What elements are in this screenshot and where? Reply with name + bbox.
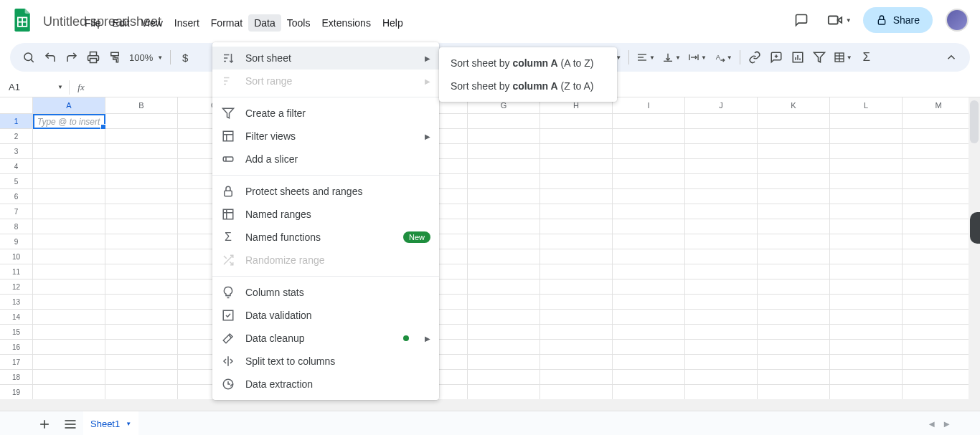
cell-A4[interactable] <box>33 159 105 174</box>
cell-G13[interactable] <box>468 295 540 310</box>
cell-A9[interactable] <box>33 234 105 249</box>
cell-K7[interactable] <box>758 204 830 219</box>
column-header-M[interactable]: M <box>903 97 975 113</box>
cell-B6[interactable] <box>105 189 178 204</box>
cell-A1[interactable]: Type @ to insert <box>33 114 105 129</box>
side-panel-toggle[interactable] <box>970 212 980 244</box>
cell-L9[interactable] <box>830 234 903 249</box>
cell-G2[interactable] <box>468 129 540 144</box>
cell-I10[interactable] <box>613 249 685 264</box>
cell-J13[interactable] <box>685 295 758 310</box>
cell-I19[interactable] <box>613 385 685 399</box>
row-header-4[interactable]: 4 <box>0 159 33 174</box>
menu-data[interactable]: Data <box>248 14 281 32</box>
cell-A2[interactable] <box>33 129 105 144</box>
cell-M13[interactable] <box>903 295 975 310</box>
cell-H10[interactable] <box>540 249 613 264</box>
horizontal-scrollbar[interactable] <box>0 399 980 411</box>
menu-format[interactable]: Format <box>205 14 248 32</box>
cell-H18[interactable] <box>540 370 613 385</box>
cell-B19[interactable] <box>105 385 178 399</box>
cell-I12[interactable] <box>613 279 685 295</box>
comments-icon[interactable] <box>787 6 816 34</box>
cell-H7[interactable] <box>540 204 613 219</box>
cell-G7[interactable] <box>468 204 540 219</box>
cell-K4[interactable] <box>758 159 830 174</box>
cell-G15[interactable] <box>468 325 540 340</box>
cell-M6[interactable] <box>903 189 975 204</box>
cell-K8[interactable] <box>758 219 830 234</box>
cell-H1[interactable] <box>540 114 613 129</box>
cell-K1[interactable] <box>758 114 830 129</box>
row-header-2[interactable]: 2 <box>0 129 33 144</box>
cell-I11[interactable] <box>613 264 685 279</box>
horizontal-align-icon[interactable]: ▼ <box>633 47 658 67</box>
cell-B4[interactable] <box>105 159 178 174</box>
cell-B11[interactable] <box>105 264 178 279</box>
cell-A6[interactable] <box>33 189 105 204</box>
cell-A16[interactable] <box>33 340 105 355</box>
column-header-I[interactable]: I <box>613 97 685 113</box>
cell-A3[interactable] <box>33 144 105 159</box>
cell-M11[interactable] <box>903 264 975 279</box>
column-header-B[interactable]: B <box>105 97 178 113</box>
cell-G1[interactable] <box>468 114 540 129</box>
cell-J5[interactable] <box>685 174 758 189</box>
cell-K5[interactable] <box>758 174 830 189</box>
cell-A18[interactable] <box>33 370 105 385</box>
cell-G18[interactable] <box>468 370 540 385</box>
cell-J7[interactable] <box>685 204 758 219</box>
redo-icon[interactable] <box>62 47 82 67</box>
cell-H12[interactable] <box>540 279 613 295</box>
cell-H2[interactable] <box>540 129 613 144</box>
cell-A15[interactable] <box>33 325 105 340</box>
cell-A5[interactable] <box>33 174 105 189</box>
paint-format-icon[interactable] <box>105 47 125 67</box>
cell-G10[interactable] <box>468 249 540 264</box>
cell-I7[interactable] <box>613 204 685 219</box>
cell-I6[interactable] <box>613 189 685 204</box>
share-button[interactable]: Share <box>863 7 933 33</box>
cell-J2[interactable] <box>685 129 758 144</box>
row-header-13[interactable]: 13 <box>0 295 33 310</box>
cell-G14[interactable] <box>468 310 540 325</box>
cell-A17[interactable] <box>33 355 105 370</box>
cell-K18[interactable] <box>758 370 830 385</box>
cell-B17[interactable] <box>105 355 178 370</box>
cell-L6[interactable] <box>830 189 903 204</box>
cell-I3[interactable] <box>613 144 685 159</box>
cell-H17[interactable] <box>540 355 613 370</box>
cell-A19[interactable] <box>33 385 105 399</box>
cell-M10[interactable] <box>903 249 975 264</box>
cell-M1[interactable] <box>903 114 975 129</box>
cell-B5[interactable] <box>105 174 178 189</box>
menu-view[interactable]: View <box>136 14 169 32</box>
cell-M2[interactable] <box>903 129 975 144</box>
cell-A8[interactable] <box>33 219 105 234</box>
cell-L2[interactable] <box>830 129 903 144</box>
cell-I9[interactable] <box>613 234 685 249</box>
insert-link-icon[interactable] <box>745 47 765 67</box>
cell-B1[interactable] <box>105 114 178 129</box>
cell-G17[interactable] <box>468 355 540 370</box>
cell-A14[interactable] <box>33 310 105 325</box>
cell-I16[interactable] <box>613 340 685 355</box>
cell-A13[interactable] <box>33 295 105 310</box>
cell-L1[interactable] <box>830 114 903 129</box>
row-header-11[interactable]: 11 <box>0 264 33 279</box>
row-header-19[interactable]: 19 <box>0 385 33 399</box>
cell-K16[interactable] <box>758 340 830 355</box>
cell-I18[interactable] <box>613 370 685 385</box>
row-header-16[interactable]: 16 <box>0 340 33 355</box>
functions-icon[interactable]: Σ <box>857 47 877 67</box>
row-header-14[interactable]: 14 <box>0 310 33 325</box>
add-sheet-icon[interactable] <box>32 414 57 435</box>
menu-sort-az[interactable]: Sort sheet by column A (A to Z) <box>439 52 617 75</box>
sheet-tab-1[interactable]: Sheet1▼ <box>83 411 138 436</box>
cell-K19[interactable] <box>758 385 830 399</box>
scroll-left-icon[interactable]: ◄ <box>927 419 936 429</box>
cell-J4[interactable] <box>685 159 758 174</box>
cell-G3[interactable] <box>468 144 540 159</box>
cell-H14[interactable] <box>540 310 613 325</box>
cell-J19[interactable] <box>685 385 758 399</box>
